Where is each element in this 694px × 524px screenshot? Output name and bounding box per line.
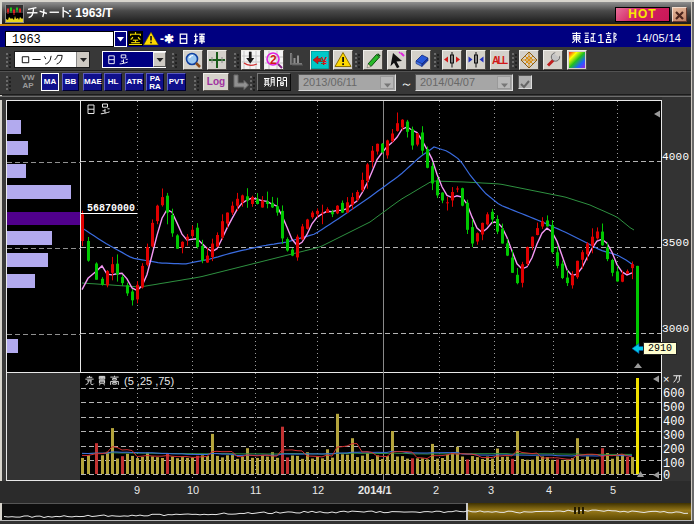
svg-text:¥: ¥ xyxy=(321,55,328,67)
svg-text:ALL: ALL xyxy=(492,55,508,66)
svg-text:1: 1 xyxy=(597,31,604,46)
svg-text:2: 2 xyxy=(270,53,277,67)
